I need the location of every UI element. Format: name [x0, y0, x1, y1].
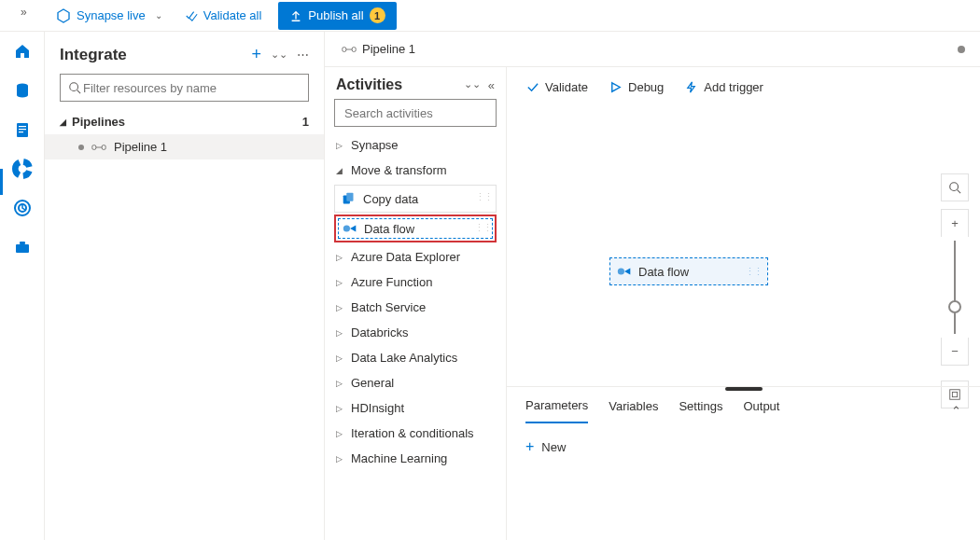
editor-tabstrip: Pipeline 1 [325, 32, 980, 67]
svg-rect-9 [20, 242, 25, 244]
plus-icon: + [525, 438, 534, 455]
canvas-node-data-flow[interactable]: Data flow ⋮⋮ [609, 257, 768, 285]
tab-pipeline1[interactable]: Pipeline 1 [334, 38, 423, 60]
svg-rect-2 [17, 123, 28, 137]
panel-resize-handle[interactable] [725, 387, 763, 391]
hexagon-icon [56, 8, 71, 23]
data-flow-icon [342, 220, 358, 237]
pipelines-label: Pipelines [72, 115, 125, 129]
svg-rect-13 [102, 145, 105, 149]
check-icon [525, 80, 539, 94]
svg-point-10 [70, 83, 78, 91]
tab-label: Pipeline 1 [362, 42, 415, 56]
unsaved-indicator-icon [958, 46, 965, 53]
pipeline-item-label: Pipeline 1 [114, 140, 167, 154]
pipeline-icon [342, 44, 357, 55]
svg-rect-12 [92, 145, 96, 149]
search-activities-field[interactable] [343, 105, 503, 121]
activity-group-general[interactable]: ▷General [325, 370, 506, 395]
canvas-search-button[interactable] [941, 173, 969, 201]
new-parameter-button[interactable]: + New [525, 438, 961, 455]
validate-all-label: Validate all [203, 8, 262, 22]
zoom-out-button[interactable]: − [941, 338, 969, 366]
pipelines-count: 1 [302, 115, 309, 129]
filter-resources-field[interactable] [81, 80, 301, 96]
activity-group-azure-function[interactable]: ▷Azure Function [325, 270, 506, 295]
debug-button[interactable]: Debug [609, 80, 664, 94]
zoom-in-button[interactable]: + [941, 209, 969, 237]
activity-group-dla[interactable]: ▷Data Lake Analytics [325, 345, 506, 370]
add-trigger-button[interactable]: Add trigger [684, 80, 763, 94]
data-icon[interactable] [12, 80, 33, 101]
svg-marker-0 [58, 9, 69, 22]
svg-rect-15 [343, 47, 346, 51]
activity-copy-data[interactable]: Copy data⋮⋮ [334, 185, 497, 213]
copy-data-icon [341, 190, 357, 207]
integrate-title: Integrate [60, 46, 127, 64]
publish-all-button[interactable]: Publish all 1 [278, 2, 396, 30]
pipeline-icon [91, 142, 106, 153]
properties-panel: Parameters Variables Settings Output ⌃ +… [507, 386, 980, 540]
nav-rail [0, 32, 45, 540]
home-icon[interactable] [12, 41, 33, 62]
activity-group-batch[interactable]: ▷Batch Service [325, 295, 506, 320]
trigger-icon [684, 80, 698, 94]
activity-group-databricks[interactable]: ▷Databricks [325, 320, 506, 345]
activity-group-hdinsight[interactable]: ▷HDInsight [325, 395, 506, 421]
zoom-slider[interactable] [954, 241, 956, 334]
activity-group-ml[interactable]: ▷Machine Learning [325, 446, 506, 471]
svg-line-11 [77, 90, 81, 94]
data-flow-icon [616, 263, 633, 280]
check-all-icon [185, 9, 198, 22]
active-indicator [0, 169, 3, 195]
activity-group-ade[interactable]: ▷Azure Data Explorer [325, 244, 506, 270]
activity-group-move-transform[interactable]: ◢Move & transform [325, 158, 506, 183]
top-toolbar: Synapse live ⌄ Validate all Publish all … [0, 0, 980, 32]
integrate-panel: Integrate + ⌄⌄ ⋯ ◢Pipelines 1 Pipeline 1 [45, 32, 325, 540]
activities-panel: Activities ⌄⌄ « ▷Synapse ◢Move & transfo… [325, 67, 507, 540]
publish-all-label: Publish all [308, 8, 363, 22]
pipeline-item[interactable]: Pipeline 1 [45, 134, 324, 159]
activity-group-iteration[interactable]: ▷Iteration & conditionals [325, 421, 506, 446]
activities-title: Activities [336, 76, 402, 93]
svg-line-25 [958, 190, 961, 194]
svg-rect-21 [346, 193, 353, 201]
svg-rect-3 [19, 126, 26, 127]
collapse-all-icon[interactable]: ⌄⌄ [271, 48, 287, 61]
canvas-controls: + − [941, 173, 969, 416]
manage-icon[interactable] [12, 237, 33, 257]
tab-output[interactable]: Output [743, 399, 779, 422]
svg-point-22 [343, 225, 350, 231]
tab-parameters[interactable]: Parameters [525, 398, 588, 423]
tab-settings[interactable]: Settings [679, 399, 722, 422]
activities-list: ▷Synapse ◢Move & transform Copy data⋮⋮ D… [325, 132, 506, 540]
more-icon[interactable]: ⋯ [297, 48, 309, 62]
svg-rect-4 [19, 129, 26, 130]
activity-group-synapse[interactable]: ▷Synapse [325, 132, 506, 158]
monitor-icon[interactable] [12, 198, 33, 218]
develop-icon[interactable] [12, 119, 33, 140]
integrate-icon[interactable] [12, 159, 33, 179]
search-activities-input[interactable] [334, 99, 497, 127]
expand-rail-icon[interactable]: » [21, 6, 27, 19]
validate-button[interactable]: Validate [525, 80, 588, 94]
add-resource-button[interactable]: + [251, 45, 261, 64]
pipeline-canvas[interactable]: Data flow ⋮⋮ + − [507, 108, 980, 386]
tab-variables[interactable]: Variables [609, 399, 658, 422]
properties-tabs: Parameters Variables Settings Output ⌃ [507, 387, 980, 423]
collapse-activities-icon[interactable]: ⌄⌄ [464, 78, 481, 92]
svg-point-24 [950, 183, 959, 191]
zoom-thumb[interactable] [948, 300, 961, 313]
workspace-selector[interactable]: Synapse live ⌄ [47, 0, 172, 32]
publish-count-badge: 1 [370, 7, 385, 23]
pipelines-group[interactable]: ◢Pipelines 1 [45, 109, 324, 134]
validate-all-button[interactable]: Validate all [175, 0, 272, 32]
svg-point-23 [618, 268, 624, 274]
activity-data-flow[interactable]: Data flow⋮⋮ [334, 215, 497, 242]
search-icon [68, 81, 81, 94]
filter-resources-input[interactable] [60, 74, 309, 102]
hide-activities-icon[interactable]: « [488, 78, 495, 92]
collapse-properties-icon[interactable]: ⌃ [951, 404, 961, 418]
play-icon [609, 80, 623, 94]
canvas-toolbar: Validate Debug Add trigger [507, 67, 980, 108]
